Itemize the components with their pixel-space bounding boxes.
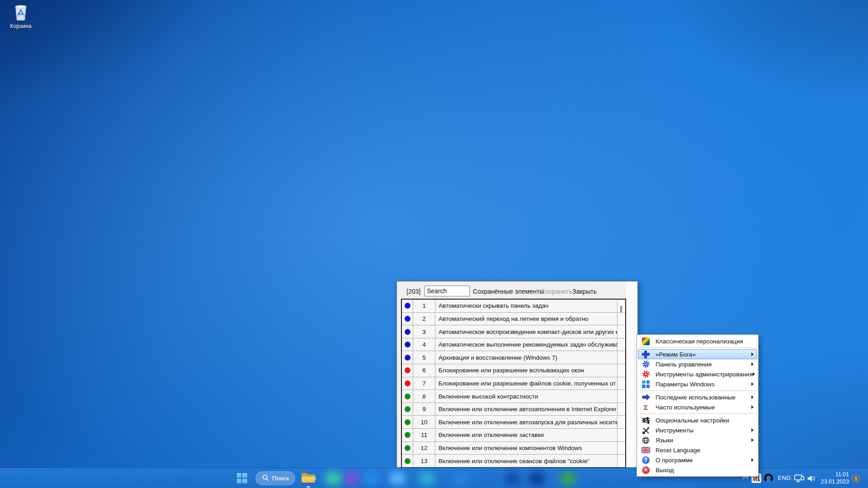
- admin-tools-gear-icon: [640, 370, 652, 378]
- about-question-icon: ?: [640, 456, 652, 464]
- item-count-label: [203]: [406, 288, 420, 295]
- recycle-bin-label: Корзина: [5, 23, 37, 29]
- file-explorer-button[interactable]: [299, 470, 317, 487]
- status-dot: [405, 458, 410, 464]
- item-number: 2: [413, 313, 435, 325]
- menu-item-label: Reset Language: [652, 447, 751, 454]
- menu-item[interactable]: Reset Language: [638, 445, 757, 455]
- clock[interactable]: 11:01 23.01.2023: [814, 471, 849, 485]
- item-number: 9: [413, 403, 435, 416]
- list-item[interactable]: 9 Включение или отключение автозаполнени…: [402, 403, 625, 416]
- recycle-bin-shortcut[interactable]: Корзина: [5, 3, 37, 29]
- menu-item-label: О программе: [652, 457, 751, 464]
- windows-start-icon: [237, 473, 247, 483]
- list-scrollbar[interactable]: [618, 455, 625, 467]
- settings-list-frame: 1 Автоматически скрывать панель задач 2 …: [401, 299, 626, 468]
- status-dot-cell: [402, 416, 413, 428]
- menu-item[interactable]: Языки: [638, 435, 757, 445]
- menu-item[interactable]: Последние использованные: [638, 392, 757, 402]
- list-item[interactable]: 1 Автоматически скрывать панель задач: [402, 300, 625, 313]
- list-item[interactable]: 2 Автоматический переход на летнее время…: [402, 313, 625, 326]
- menu-item-label: Параметры Windows: [652, 381, 751, 388]
- item-text: Включение или отключение заставки: [435, 429, 618, 441]
- list-scrollbar[interactable]: [618, 313, 625, 325]
- status-dot-cell: [402, 300, 413, 312]
- saved-items-button[interactable]: Сохранённые элементы: [473, 288, 544, 295]
- list-scrollbar[interactable]: [618, 351, 625, 364]
- list-scrollbar[interactable]: [618, 325, 625, 338]
- explorer-running-indicator: [307, 486, 310, 488]
- search-input[interactable]: [425, 286, 470, 296]
- god-mode-window: [203] Сохранённые элементы Сохранить Зак…: [396, 281, 638, 468]
- list-scrollbar[interactable]: [618, 403, 625, 416]
- list-item[interactable]: 4 Автоматическое выполнение рекомендуемы…: [402, 338, 625, 352]
- status-dot: [405, 445, 410, 451]
- list-scrollbar[interactable]: [618, 442, 625, 455]
- list-scrollbar[interactable]: [618, 300, 625, 312]
- item-number: 11: [413, 429, 435, 441]
- network-monitor-icon[interactable]: [794, 474, 805, 483]
- control-panel-gear-icon: [640, 360, 652, 368]
- submenu-arrow-icon: [751, 395, 754, 399]
- submenu-arrow-icon: [751, 352, 754, 356]
- status-dot: [405, 367, 410, 373]
- close-button[interactable]: Закрыть: [572, 288, 597, 295]
- status-dot-cell: [402, 377, 413, 390]
- list-scrollbar[interactable]: [618, 416, 625, 428]
- menu-item[interactable]: Опциональные настройки: [638, 415, 757, 425]
- list-item[interactable]: 6 Блокирование или разрешение всплывающи…: [402, 364, 625, 377]
- item-number: 6: [413, 364, 435, 377]
- notification-badge[interactable]: 1: [852, 474, 860, 483]
- item-text: Автоматически скрывать панель задач: [435, 300, 618, 312]
- status-dot: [405, 355, 410, 361]
- status-dot: [405, 303, 410, 309]
- list-item[interactable]: 8 Включение высокой контрастности: [402, 390, 625, 403]
- status-dot-cell: [402, 455, 413, 467]
- list-item[interactable]: 3 Автоматическое воспроизведение компакт…: [402, 325, 625, 338]
- list-item[interactable]: 7 Блокирование или разрешение файлов coo…: [402, 377, 625, 390]
- menu-item[interactable]: Инструменты администрирования: [638, 369, 757, 379]
- submenu-arrow-icon: [751, 458, 754, 462]
- menu-item[interactable]: Классическая персонализация: [638, 336, 757, 346]
- list-item[interactable]: 11 Включение или отключение заставки: [402, 429, 625, 442]
- item-number: 8: [413, 390, 435, 403]
- item-text: Блокирование или разрешение файлов cooki…: [435, 377, 618, 390]
- status-dot: [405, 342, 410, 347]
- list-scrollbar[interactable]: [618, 364, 625, 377]
- list-item[interactable]: 13 Включение или отключение сеансов файл…: [402, 455, 625, 467]
- list-scrollbar[interactable]: [618, 429, 625, 441]
- taskbar-search[interactable]: Поиск: [255, 471, 295, 485]
- ring-tray-icon[interactable]: [764, 474, 773, 483]
- list-scrollbar[interactable]: [618, 377, 625, 390]
- menu-item[interactable]: Инструменты: [638, 425, 757, 435]
- list-scrollbar[interactable]: [618, 390, 625, 403]
- item-text: Автоматический переход на летнее время и…: [435, 313, 618, 325]
- save-button[interactable]: Сохранить: [541, 288, 572, 295]
- frequent-sigma-icon: Σ: [640, 404, 652, 411]
- status-dot-cell: [402, 364, 413, 377]
- menu-separator: [639, 390, 756, 391]
- status-dot: [405, 394, 410, 399]
- start-button[interactable]: [233, 470, 250, 487]
- list-item[interactable]: 12 Включение или отключение компонентов …: [402, 442, 625, 455]
- list-item[interactable]: 5 Архивация и восстановление (Windows 7): [402, 351, 625, 364]
- status-dot: [405, 329, 410, 335]
- menu-item[interactable]: × Выход: [638, 465, 757, 475]
- languages-globe-icon: [640, 436, 652, 444]
- menu-item[interactable]: Параметры Windows: [638, 379, 757, 389]
- menu-separator: [639, 347, 756, 348]
- clock-date: 23.01.2023: [814, 478, 849, 485]
- language-indicator[interactable]: ENG: [776, 474, 793, 481]
- optional-settings-icon: [640, 417, 652, 424]
- menu-item[interactable]: Панель управления: [638, 359, 757, 369]
- taskbar-search-label: Поиск: [272, 475, 289, 482]
- blurred-taskbar-icons: [322, 469, 582, 488]
- submenu-arrow-icon: [751, 362, 754, 366]
- status-dot-cell: [402, 351, 413, 364]
- menu-item[interactable]: Σ Часто используемые: [638, 402, 757, 412]
- menu-item[interactable]: «Режим Бога»: [638, 349, 757, 359]
- item-number: 13: [413, 455, 435, 467]
- menu-item[interactable]: ? О программе: [638, 455, 757, 465]
- list-scrollbar[interactable]: [618, 338, 625, 351]
- list-item[interactable]: 10 Включение или отключение автозапуска …: [402, 416, 625, 429]
